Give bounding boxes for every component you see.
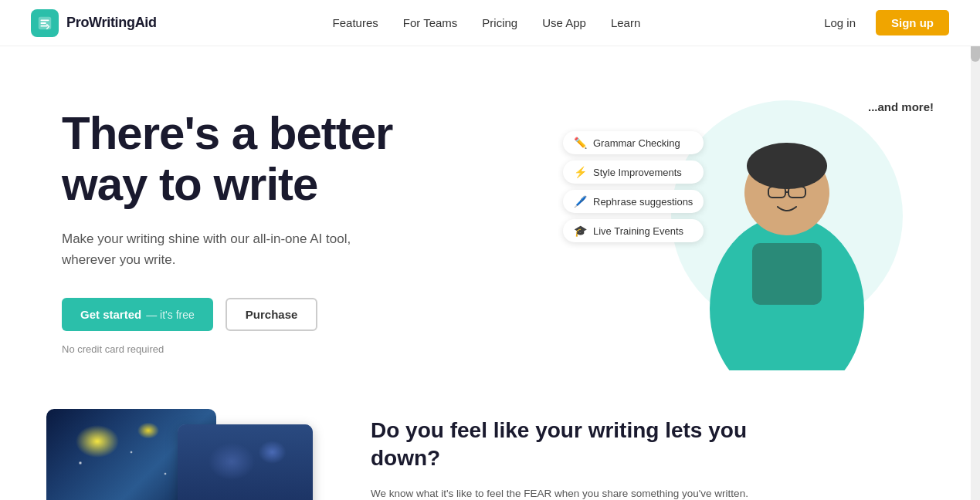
main-nav: ProWritingAid Features For Teams Pricing… — [0, 0, 980, 46]
training-icon: 🎓 — [574, 225, 587, 237]
hero-section: There's a better way to write Make your … — [0, 46, 980, 409]
bottom-section: My idea in my head Do you feel like your… — [0, 409, 980, 500]
signup-button[interactable]: Sign up — [876, 10, 949, 35]
nav-item-features[interactable]: Features — [333, 16, 378, 30]
hero-subtitle: Make your writing shine with our all-in-… — [62, 228, 386, 270]
artwork-container: My idea in my head — [46, 409, 309, 500]
pill-style: ⚡ Style Improvements — [563, 160, 704, 184]
nav-item-use-app[interactable]: Use App — [542, 16, 586, 30]
pill-rephrase: 🖊️ Rephrase suggestions — [563, 190, 704, 213]
person-figure — [687, 93, 887, 370]
artwork-card-front — [178, 424, 313, 500]
hero-buttons: Get started — it's free Purchase — [62, 298, 392, 331]
nav-links: Features For Teams Pricing Use App Learn — [333, 16, 641, 30]
feature-pills: ✏️ Grammar Checking ⚡ Style Improvements… — [563, 131, 704, 242]
hero-content: There's a better way to write Make your … — [62, 93, 392, 355]
hero-illustration: ...and more! — [609, 85, 918, 378]
nav-item-learn[interactable]: Learn — [611, 16, 640, 30]
section-title: Do you feel like your writing lets you d… — [371, 417, 757, 473]
purchase-button[interactable]: Purchase — [226, 298, 318, 331]
nav-item-pricing[interactable]: Pricing — [482, 16, 517, 30]
login-button[interactable]: Log in — [816, 12, 863, 34]
pill-grammar: ✏️ Grammar Checking — [563, 131, 704, 154]
logo-text: ProWritingAid — [66, 15, 157, 31]
bottom-text: Do you feel like your writing lets you d… — [371, 409, 757, 500]
no-credit-text: No credit card required — [62, 343, 392, 355]
svg-rect-9 — [752, 243, 822, 305]
lightning-icon: ⚡ — [574, 166, 587, 178]
svg-point-6 — [747, 143, 827, 189]
person-svg — [687, 93, 887, 370]
pen-icon: 🖊️ — [574, 195, 587, 208]
pencil-icon: ✏️ — [574, 137, 587, 149]
section-body: We know what it's like to feel the FEAR … — [371, 485, 757, 500]
hero-title: There's a better way to write — [62, 108, 392, 210]
logo-icon — [31, 9, 59, 37]
pill-training: 🎓 Live Training Events — [563, 219, 704, 242]
nav-actions: Log in Sign up — [816, 10, 949, 35]
logo[interactable]: ProWritingAid — [31, 9, 157, 37]
illustration-container: ...and more! — [609, 85, 918, 378]
artwork-front-inner — [178, 424, 313, 500]
get-started-button[interactable]: Get started — it's free — [62, 298, 213, 331]
nav-item-for-teams[interactable]: For Teams — [403, 16, 458, 30]
scrollbar[interactable] — [971, 0, 980, 500]
